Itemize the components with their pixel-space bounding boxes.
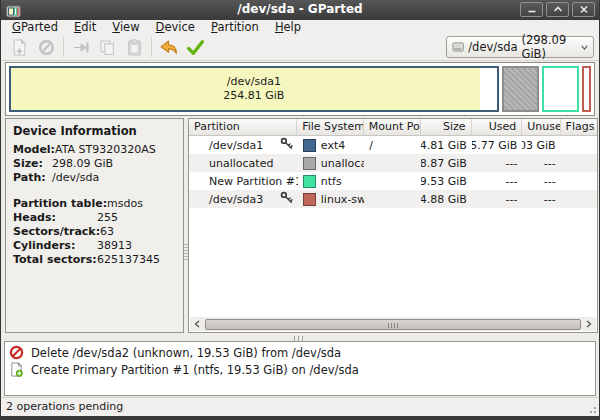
toolbar-separator — [63, 37, 64, 57]
size-cell: 254.81 GiB — [421, 136, 472, 154]
used-cell: --- — [472, 154, 523, 172]
sda1-size: 254.81 GiB — [223, 89, 284, 103]
column-header-flags[interactable]: Flags — [561, 119, 597, 135]
maximize-button[interactable] — [546, 2, 569, 17]
total-sectors-value: 625137345 — [97, 254, 160, 266]
path-value: /dev/sda — [52, 172, 99, 184]
sda1-unused-space — [480, 68, 497, 110]
apply-button[interactable] — [182, 35, 209, 59]
total-sectors-label: Total sectors: — [13, 254, 97, 266]
row-partition-name: unallocated — [209, 157, 273, 170]
statusbar: 2 operations pending — [1, 397, 599, 416]
minimize-button[interactable] — [520, 2, 543, 17]
toolbar: /dev/sda (298.09 GiB) — [1, 34, 599, 61]
statusbar-text: 2 operations pending — [6, 400, 123, 413]
device-information-title: Device Information — [13, 124, 176, 138]
resize-move-button[interactable] — [67, 35, 94, 59]
filesystem-color-swatch — [303, 193, 316, 206]
undo-icon — [159, 39, 178, 56]
used-cell: 245.77 GiB — [472, 136, 523, 154]
cylinders-value: 38913 — [97, 240, 132, 252]
row-partition-name: New Partition #1 — [209, 175, 298, 188]
heads-value: 255 — [97, 212, 118, 224]
unused-cell: --- — [522, 154, 560, 172]
sda1-label: /dev/sda1 — [227, 75, 281, 89]
operation-item: Delete /dev/sda2 (unknown, 19.53 GiB) fr… — [9, 344, 591, 361]
column-header-filesystem[interactable]: File System — [297, 119, 364, 135]
chevron-right-icon — [586, 320, 592, 328]
column-header-mountpoint[interactable]: Mount Point — [364, 119, 421, 135]
delete-partition-button[interactable] — [33, 35, 60, 59]
used-cell: --- — [472, 190, 523, 208]
partition-table: Partition File System Mount Point Size U… — [188, 118, 598, 333]
horizontal-scrollbar[interactable] — [190, 317, 596, 331]
delete-partition-icon — [38, 39, 55, 56]
cylinders-label: Cylinders: — [13, 240, 97, 252]
device-selector[interactable]: /dev/sda (298.09 GiB) — [446, 36, 594, 58]
filesystem-color-swatch — [303, 139, 316, 152]
window-resize-grip[interactable] — [587, 404, 597, 414]
row-partition-name: /dev/sda1 — [209, 139, 263, 152]
window-title: /dev/sda - GParted — [1, 2, 599, 16]
flags-cell — [561, 190, 597, 208]
column-header-used[interactable]: Used — [472, 119, 523, 135]
menu-partition[interactable]: Partition — [203, 20, 267, 34]
mount-point: / — [364, 136, 421, 154]
apply-icon — [186, 39, 205, 56]
size-cell: 19.53 GiB — [421, 172, 472, 190]
column-header-partition[interactable]: Partition — [189, 119, 297, 135]
paste-icon — [126, 39, 143, 56]
create-operation-icon — [9, 362, 24, 377]
heads-label: Heads: — [13, 212, 97, 224]
menubar: GParted Edit View Device Partition Help — [1, 20, 599, 34]
paste-button[interactable] — [121, 35, 148, 59]
menu-help[interactable]: Help — [267, 20, 309, 34]
filesystem-color-swatch — [303, 175, 316, 188]
copy-button[interactable] — [94, 35, 121, 59]
chevron-left-icon — [194, 320, 200, 328]
table-row-unallocated[interactable]: unallocated unallocated 18.87 GiB --- --… — [189, 154, 597, 172]
new-partition-button[interactable] — [6, 35, 33, 59]
table-row-sda3[interactable]: /dev/sda3 linux-swap 4.88 GiB --- --- — [189, 190, 597, 208]
scroll-left-button[interactable] — [190, 317, 204, 331]
model-label: Model: — [13, 144, 55, 156]
titlebar[interactable]: /dev/sda - GParted — [1, 0, 599, 20]
column-header-unused[interactable]: Unused — [522, 119, 560, 135]
disk-segment-sda1[interactable]: /dev/sda1 254.81 GiB — [9, 66, 499, 112]
disk-segment-new-partition[interactable] — [542, 66, 579, 112]
filesystem-color-swatch — [303, 157, 316, 170]
delete-operation-icon — [9, 345, 24, 360]
copy-icon — [99, 39, 116, 56]
device-selector-size: (298.09 GiB) — [522, 33, 578, 61]
close-button[interactable] — [572, 2, 595, 17]
resize-move-icon — [72, 39, 90, 56]
scroll-right-button[interactable] — [582, 317, 596, 331]
disk-visual-bar: /dev/sda1 254.81 GiB — [5, 62, 595, 116]
unused-cell: 9.03 GiB — [522, 136, 560, 154]
menu-device[interactable]: Device — [148, 20, 203, 34]
key-icon — [280, 137, 293, 153]
filesystem-name: ntfs — [321, 175, 342, 188]
table-row-new-partition[interactable]: New Partition #1 ntfs 19.53 GiB --- --- — [189, 172, 597, 190]
chevron-down-icon — [581, 44, 588, 51]
undo-button[interactable] — [155, 35, 182, 59]
unused-cell: --- — [522, 190, 560, 208]
flags-cell — [561, 172, 597, 190]
size-cell: 4.88 GiB — [421, 190, 472, 208]
column-header-size[interactable]: Size — [421, 119, 472, 135]
size-label: Size: — [13, 158, 52, 170]
model-value: ATA ST9320320AS — [55, 144, 156, 156]
table-row-sda1[interactable]: /dev/sda1 ext4 / 254.81 GiB 245.77 GiB 9… — [189, 136, 597, 154]
size-cell: 18.87 GiB — [421, 154, 472, 172]
disk-segment-unallocated[interactable] — [502, 66, 540, 112]
disk-segment-sda3[interactable] — [582, 66, 591, 112]
partition-table-value: msdos — [107, 198, 143, 210]
menu-edit[interactable]: Edit — [66, 20, 104, 34]
menu-gparted[interactable]: GParted — [4, 20, 66, 34]
maximize-icon — [553, 5, 563, 14]
menu-view[interactable]: View — [104, 20, 147, 34]
filesystem-name: unallocated — [321, 157, 365, 170]
scrollbar-thumb[interactable] — [205, 319, 581, 330]
operation-text: Create Primary Partition #1 (ntfs, 19.53… — [31, 363, 359, 377]
hard-disk-icon — [452, 40, 464, 54]
